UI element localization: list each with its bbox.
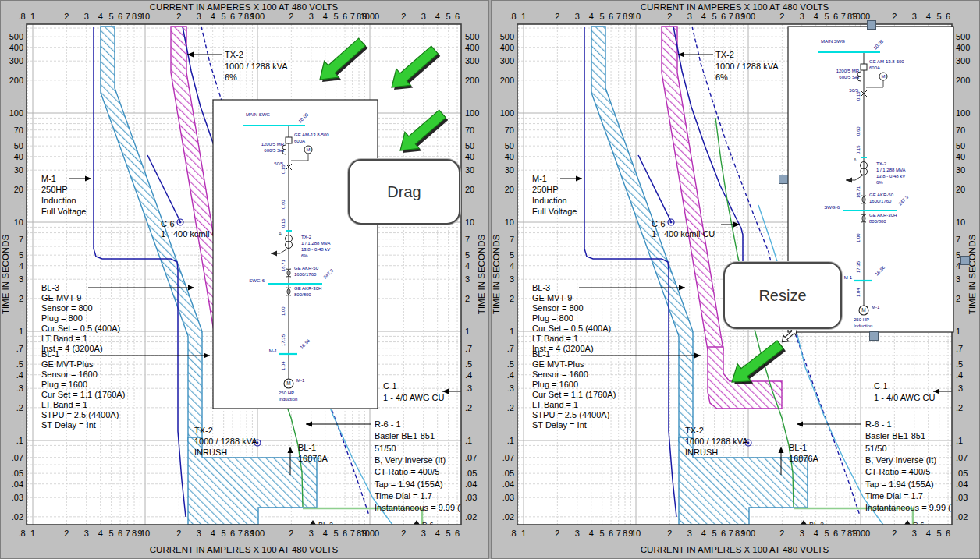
- svg-text:C-6: C-6: [161, 219, 175, 228]
- svg-text:51/50: 51/50: [865, 444, 887, 453]
- svg-text:3: 3: [912, 529, 917, 538]
- svg-text:3: 3: [575, 529, 580, 538]
- svg-text:Basler BE1-851: Basler BE1-851: [865, 431, 925, 440]
- svg-text:20: 20: [505, 185, 514, 194]
- svg-text:.04: .04: [12, 479, 23, 489]
- svg-text:Sensor = 1600: Sensor = 1600: [41, 370, 98, 379]
- svg-text:GE AKR-50: GE AKR-50: [869, 193, 894, 197]
- svg-text:10: 10: [631, 529, 641, 538]
- svg-text:5: 5: [465, 250, 470, 260]
- svg-text:1 - 400 kcmil CU: 1 - 400 kcmil CU: [652, 229, 715, 239]
- selection-handle[interactable]: [870, 332, 879, 341]
- svg-text:TX-2: TX-2: [876, 161, 887, 166]
- oneline-diagram-object[interactable]: MΔMMAIN SWG10.05GE AM-13.8-500600A1200/5…: [213, 100, 378, 409]
- svg-text:LT Band = 1: LT Band = 1: [532, 400, 578, 409]
- svg-text:Induction: Induction: [41, 196, 76, 205]
- svg-text:7: 7: [465, 235, 470, 244]
- svg-text:Cur Set = 1.1 (1760A): Cur Set = 1.1 (1760A): [41, 390, 125, 399]
- svg-text:7: 7: [510, 235, 514, 244]
- svg-text:20: 20: [956, 185, 965, 194]
- svg-text:70: 70: [505, 126, 514, 135]
- svg-text:1000: 1000: [851, 529, 870, 538]
- svg-text:5: 5: [109, 12, 114, 21]
- svg-text:SWG-6: SWG-6: [249, 278, 265, 283]
- svg-text:10: 10: [631, 12, 641, 21]
- svg-text:2: 2: [176, 12, 181, 21]
- svg-text:6%: 6%: [715, 73, 728, 82]
- svg-text:1: 1: [30, 529, 35, 538]
- svg-text:2: 2: [956, 294, 960, 303]
- svg-text:1: 1: [19, 327, 23, 336]
- svg-text:13.8 - 0.48 kV: 13.8 - 0.48 kV: [876, 174, 905, 179]
- svg-text:8: 8: [132, 12, 137, 21]
- tcc-panel-right: BL-2R-6TX-21000 / 1288 kVA6%M-1250HPIndu…: [491, 0, 980, 559]
- svg-text:.4: .4: [507, 370, 514, 380]
- svg-text:LT Band = 1: LT Band = 1: [41, 334, 87, 343]
- svg-text:5: 5: [825, 12, 829, 21]
- svg-text:2: 2: [289, 12, 293, 21]
- svg-text:10: 10: [140, 12, 150, 21]
- svg-text:.2: .2: [465, 403, 472, 412]
- svg-text:5: 5: [446, 12, 451, 21]
- svg-text:Plug = 1600: Plug = 1600: [41, 380, 87, 389]
- svg-text:8: 8: [244, 529, 249, 538]
- svg-text:6: 6: [609, 12, 613, 21]
- svg-text:.03: .03: [502, 493, 514, 502]
- svg-text:.5: .5: [956, 359, 963, 369]
- svg-text:6%: 6%: [225, 73, 237, 82]
- svg-text:200: 200: [956, 76, 970, 85]
- svg-text:2: 2: [510, 294, 514, 303]
- svg-text:10: 10: [505, 218, 514, 227]
- svg-text:4: 4: [589, 12, 594, 21]
- svg-text:1 - 4/0 AWG CU: 1 - 4/0 AWG CU: [874, 393, 936, 402]
- svg-text:1.04: 1.04: [856, 288, 861, 297]
- svg-text:100: 100: [9, 108, 23, 118]
- svg-text:.1: .1: [956, 436, 963, 445]
- svg-text:TIME IN SECONDS: TIME IN SECONDS: [492, 235, 501, 315]
- resize-callout[interactable]: Resize: [723, 262, 842, 329]
- selection-handle[interactable]: [868, 21, 876, 30]
- svg-text:250 HP: 250 HP: [854, 317, 869, 322]
- svg-text:1600/1760: 1600/1760: [869, 199, 892, 203]
- svg-text:3: 3: [421, 529, 426, 538]
- svg-text:7: 7: [616, 529, 621, 538]
- svg-text:2: 2: [667, 12, 672, 21]
- svg-text:5: 5: [600, 529, 605, 538]
- svg-text:1000 / 1288 kVA: 1000 / 1288 kVA: [685, 437, 748, 446]
- svg-text:M-1: M-1: [844, 275, 853, 280]
- selection-handle[interactable]: [961, 257, 970, 265]
- svg-text:3: 3: [197, 12, 201, 21]
- svg-text:M-1: M-1: [296, 378, 305, 383]
- svg-text:4: 4: [323, 529, 328, 538]
- svg-text:250HP: 250HP: [41, 185, 68, 194]
- svg-text:2: 2: [401, 529, 406, 538]
- svg-text:30: 30: [956, 165, 965, 175]
- svg-text:6: 6: [946, 529, 950, 538]
- selection-handle[interactable]: [779, 175, 788, 184]
- svg-text:0.60: 0.60: [281, 200, 286, 209]
- svg-text:INRUSH: INRUSH: [194, 448, 227, 457]
- svg-text:GE AKR-50: GE AKR-50: [294, 266, 319, 271]
- svg-text:4: 4: [956, 261, 960, 271]
- svg-text:.7: .7: [507, 344, 514, 353]
- svg-text:.8: .8: [509, 529, 516, 538]
- svg-text:3: 3: [800, 12, 804, 21]
- svg-text:4: 4: [701, 12, 706, 21]
- drag-callout[interactable]: Drag: [348, 159, 460, 225]
- svg-text:600/5 Set: 600/5 Set: [839, 75, 859, 80]
- svg-text:300: 300: [9, 56, 23, 65]
- breaker-symbol: [861, 64, 867, 70]
- svg-text:1000: 1000: [851, 12, 870, 21]
- svg-text:1200/5 MR: 1200/5 MR: [261, 142, 285, 147]
- svg-text:600A: 600A: [294, 139, 305, 143]
- svg-text:TIME IN SECONDS: TIME IN SECONDS: [968, 235, 977, 315]
- svg-text:6: 6: [946, 12, 950, 21]
- svg-text:8: 8: [735, 529, 740, 538]
- svg-text:CURRENT IN AMPERES X 100 AT 48: CURRENT IN AMPERES X 100 AT 480 VOLTS: [641, 545, 829, 554]
- svg-text:M-1: M-1: [269, 348, 278, 353]
- svg-text:.04: .04: [956, 479, 968, 489]
- svg-text:.4: .4: [16, 370, 23, 380]
- svg-text:1600/1760: 1600/1760: [294, 272, 317, 277]
- svg-text:1.00: 1.00: [856, 233, 861, 242]
- svg-text:M: M: [882, 74, 886, 79]
